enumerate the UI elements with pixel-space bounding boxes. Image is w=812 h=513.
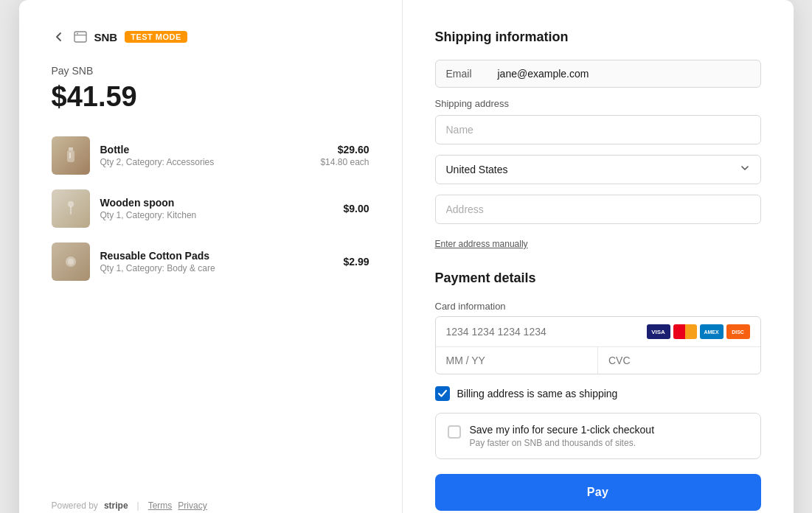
- svg-point-9: [68, 259, 74, 265]
- brand-name: SNB: [94, 31, 118, 43]
- save-info-title: Save my info for secure 1-click checkout: [470, 424, 655, 436]
- svg-rect-3: [69, 147, 73, 150]
- card-number-row: VISA MC AMEX DISC: [436, 317, 760, 347]
- save-info-checkbox[interactable]: [448, 425, 461, 439]
- pay-label: Pay SNB: [52, 65, 369, 77]
- email-label: Email: [446, 68, 498, 80]
- email-value: jane@example.com: [498, 68, 750, 80]
- card-expiry-cvc-row: [436, 347, 760, 374]
- amex-icon: AMEX: [700, 324, 723, 339]
- list-item: Wooden spoon Qty 1, Category: Kitchen $9…: [52, 189, 369, 228]
- item-price-main: $2.99: [343, 256, 369, 268]
- item-price-spoon: $9.00: [343, 203, 369, 214]
- items-list: Bottle Qty 2, Category: Accessories $29.…: [52, 136, 369, 281]
- card-expiry-input[interactable]: [436, 347, 599, 374]
- item-thumbnail-pads: [52, 242, 90, 281]
- stripe-logo-text: stripe: [104, 500, 128, 511]
- payment-title: Payment details: [435, 271, 761, 286]
- left-content: SNB TEST MODE Pay SNB $41.59 B: [52, 29, 369, 281]
- email-field[interactable]: Email jane@example.com: [435, 60, 761, 88]
- header-row: SNB TEST MODE: [52, 29, 369, 44]
- item-price-main: $29.60: [320, 144, 369, 156]
- svg-rect-7: [70, 206, 72, 214]
- pay-button[interactable]: Pay: [435, 474, 761, 511]
- item-meta: Qty 2, Category: Accessories: [100, 157, 310, 167]
- save-info-box[interactable]: Save my info for secure 1-click checkout…: [435, 413, 761, 459]
- card-cvc-input[interactable]: [598, 347, 760, 374]
- terms-link[interactable]: Terms: [148, 500, 173, 511]
- card-info-label: Card information: [435, 301, 761, 312]
- item-info-spoon: Wooden spoon Qty 1, Category: Kitchen: [100, 197, 333, 220]
- back-button[interactable]: [52, 29, 66, 44]
- mastercard-icon: MC: [673, 324, 697, 339]
- card-icons: VISA MC AMEX DISC: [647, 324, 750, 339]
- billing-checkbox-checked[interactable]: [435, 386, 450, 401]
- svg-point-6: [68, 201, 74, 207]
- country-select[interactable]: United States United Kingdom Canada Aust…: [436, 156, 760, 184]
- powered-by-text: Powered by: [52, 500, 98, 511]
- svg-rect-5: [69, 153, 71, 158]
- right-panel: Shipping information Email jane@example.…: [403, 0, 794, 513]
- svg-rect-0: [74, 32, 86, 42]
- test-mode-badge: TEST MODE: [125, 31, 187, 43]
- card-number-input[interactable]: [446, 326, 647, 338]
- billing-same-label: Billing address is same as shipping: [457, 388, 618, 399]
- item-thumbnail-bottle: [52, 136, 90, 175]
- left-panel: SNB TEST MODE Pay SNB $41.59 B: [19, 0, 403, 513]
- card-input-group: VISA MC AMEX DISC: [435, 316, 761, 374]
- visa-icon: VISA: [647, 324, 670, 339]
- item-meta: Qty 1, Category: Body & care: [100, 263, 333, 273]
- email-group: Email jane@example.com: [435, 60, 761, 88]
- name-group: [435, 115, 761, 144]
- address-input[interactable]: [435, 195, 761, 224]
- shipping-address-label: Shipping address: [435, 98, 761, 109]
- enter-manually-link[interactable]: Enter address manually: [435, 239, 528, 249]
- window-icon: [74, 31, 87, 43]
- save-info-text: Save my info for secure 1-click checkout…: [470, 424, 655, 448]
- item-price-pads: $2.99: [343, 256, 369, 268]
- list-item: Bottle Qty 2, Category: Accessories $29.…: [52, 136, 369, 175]
- country-group: United States United Kingdom Canada Aust…: [435, 155, 761, 184]
- privacy-link[interactable]: Privacy: [178, 500, 207, 511]
- item-name: Bottle: [100, 144, 310, 156]
- address-group: [435, 195, 761, 224]
- item-thumbnail-spoon: [52, 189, 90, 228]
- save-info-sub: Pay faster on SNB and thousands of sites…: [470, 438, 655, 448]
- list-item: Reusable Cotton Pads Qty 1, Category: Bo…: [52, 242, 369, 281]
- amount: $41.59: [52, 81, 369, 113]
- item-name: Wooden spoon: [100, 197, 333, 209]
- svg-rect-2: [77, 33, 78, 35]
- billing-checkbox-row[interactable]: Billing address is same as shipping: [435, 386, 761, 401]
- item-info-bottle: Bottle Qty 2, Category: Accessories: [100, 144, 310, 167]
- country-select-wrapper: United States United Kingdom Canada Aust…: [435, 155, 761, 184]
- footer-divider: |: [137, 500, 139, 511]
- name-input[interactable]: [435, 115, 761, 144]
- item-price-sub: $14.80 each: [320, 157, 369, 167]
- checkout-modal: SNB TEST MODE Pay SNB $41.59 B: [19, 0, 794, 513]
- shipping-title: Shipping information: [435, 29, 761, 45]
- item-price-main: $9.00: [343, 203, 369, 214]
- item-name: Reusable Cotton Pads: [100, 250, 333, 262]
- item-price-bottle: $29.60 $14.80 each: [320, 144, 369, 167]
- item-info-pads: Reusable Cotton Pads Qty 1, Category: Bo…: [100, 250, 333, 273]
- discover-icon: DISC: [726, 324, 750, 339]
- svg-rect-1: [74, 35, 86, 35]
- payment-section: Payment details Card information VISA MC…: [435, 271, 761, 511]
- item-meta: Qty 1, Category: Kitchen: [100, 210, 333, 220]
- left-footer: Powered by stripe | Terms Privacy: [52, 500, 369, 511]
